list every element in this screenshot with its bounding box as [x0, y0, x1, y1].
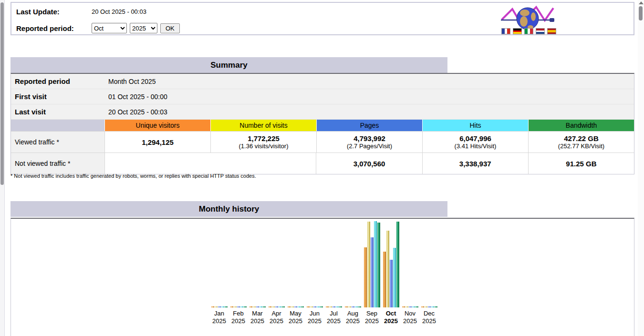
- flag-stripe: [536, 32, 544, 34]
- not-viewed-bandwidth-cell: 91.25 GB: [528, 153, 634, 174]
- chart-bar-hits: [279, 306, 281, 307]
- chart-bar-number-of-visits: [425, 306, 427, 307]
- col-header-unique-visitors: Unique visitors: [104, 120, 210, 131]
- monthly-history-title: Monthly history: [199, 204, 260, 214]
- chart-bar-unique-visitors: [345, 306, 348, 307]
- chart-month-label: Sep2025: [365, 310, 379, 325]
- ratio-text: (252.77 KB/Visit): [558, 143, 604, 150]
- chart-bar-hits: [336, 306, 339, 307]
- chart-bar-number-of-visits: [367, 222, 370, 307]
- chart-bars: [211, 219, 228, 307]
- chart-bar-pages: [390, 260, 393, 307]
- chart-bar-bandwidth: [415, 306, 418, 307]
- left-frame-scrollbar[interactable]: [0, 0, 5, 336]
- chart-month-group: Oct2025: [382, 219, 400, 325]
- viewed-traffic-label: Viewed traffic *: [11, 132, 104, 153]
- chart-bar-unique-visitors: [230, 306, 233, 307]
- chart-bar-pages: [332, 306, 335, 307]
- awstats-page: Last Update: 20 Oct 2025 - 00:03 Reporte…: [0, 0, 644, 336]
- month-select[interactable]: Oct: [92, 23, 127, 33]
- chart-bar-number-of-visits: [215, 306, 218, 307]
- chart-bar-pages: [428, 306, 431, 307]
- chart-bars: [345, 219, 361, 307]
- not-viewed-traffic-row: Not viewed traffic * 3,070,560 3,338,937…: [11, 153, 634, 174]
- chart-month-group: Feb2025: [229, 219, 248, 325]
- chart-bar-pages: [218, 306, 221, 307]
- ratio-text: (1.36 visits/visitor): [239, 143, 288, 150]
- chart-bar-unique-visitors: [383, 252, 386, 307]
- reported-period-row: Reported period: Oct 2025 OK: [16, 23, 180, 33]
- chart-month-group: Mar2025: [248, 219, 267, 325]
- chart-bar-number-of-visits: [329, 306, 332, 307]
- window-scrollbar-thumb[interactable]: [639, 6, 643, 20]
- last-visit-row-label: Last visit: [11, 108, 104, 116]
- scroll-up-icon[interactable]: [639, 1, 644, 4]
- summary-title-bar: Summary: [10, 57, 447, 73]
- chart-bar-number-of-visits: [291, 306, 294, 307]
- chart-bar-hits: [221, 306, 224, 307]
- last-update-value: 20 Oct 2025 - 00:03: [92, 8, 146, 15]
- chart-month-label: Jun2025: [308, 310, 322, 325]
- chart-month-group: Sep2025: [363, 219, 381, 325]
- chart-bar-number-of-visits: [234, 306, 237, 307]
- chart-bar-hits: [260, 306, 262, 307]
- column-header-row: Unique visitors Number of visits Pages H…: [11, 120, 634, 131]
- chart-bars: [249, 219, 266, 307]
- flag-germany-icon[interactable]: [513, 28, 522, 34]
- chart-bar-pages: [313, 306, 316, 307]
- chart-bars: [364, 219, 380, 307]
- chart-bar-bandwidth: [435, 306, 437, 307]
- not-viewed-footnote: * Not viewed traffic includes traffic ge…: [10, 173, 256, 179]
- viewed-bandwidth-cell: 427.22 GB (252.77 KB/Visit): [528, 132, 634, 153]
- year-select[interactable]: 2025: [130, 23, 157, 33]
- table-row: First visit 01 Oct 2025 - 00:00: [11, 89, 634, 104]
- first-visit-row-value: 01 Oct 2025 - 00:00: [104, 93, 167, 101]
- first-visit-row-label: First visit: [11, 92, 104, 101]
- chart-bar-pages: [409, 306, 412, 307]
- chart-bar-hits: [298, 306, 301, 307]
- chart-bar-bandwidth: [225, 306, 228, 307]
- chart-month-label: Jul2025: [327, 310, 341, 325]
- chart-month-label: Apr2025: [270, 310, 283, 325]
- chart-month-group: Apr2025: [267, 219, 286, 325]
- flag-stripe: [507, 29, 510, 34]
- chart-bar-hits: [374, 221, 377, 307]
- chart-month-label: Dec2025: [422, 310, 436, 325]
- chart-bars: [288, 219, 304, 307]
- value-text: 4,793,992: [353, 134, 385, 143]
- chart-bar-hits: [317, 306, 320, 307]
- ok-button[interactable]: OK: [160, 23, 180, 33]
- chart-bar-pages: [371, 237, 374, 307]
- not-viewed-hits-cell: 3,338,937: [422, 153, 528, 174]
- ratio-text: (3.41 Hits/Visit): [455, 143, 497, 150]
- table-row: Last visit 20 Oct 2025 - 00:03: [11, 104, 634, 120]
- viewed-pages-cell: 4,793,992 (2.7 Pages/Visit): [316, 132, 422, 153]
- chart-bar-bandwidth: [301, 306, 304, 307]
- viewed-visits-cell: 1,772,225 (1.36 visits/visitor): [210, 132, 316, 153]
- chart-bar-hits: [431, 306, 434, 307]
- last-visit-row-value: 20 Oct 2025 - 00:03: [104, 108, 167, 116]
- col-header-bandwidth: Bandwidth: [528, 120, 634, 131]
- chart-month-label: Mar2025: [250, 310, 264, 325]
- flag-netherlands-icon[interactable]: [536, 28, 545, 34]
- chart-months: Jan2025Feb2025Mar2025Apr2025May2025Jun20…: [210, 219, 438, 325]
- flag-italy-icon[interactable]: [524, 28, 533, 34]
- chart-month-group: Dec2025: [420, 219, 438, 325]
- col-header-pages: Pages: [316, 120, 422, 131]
- chart-bars: [383, 219, 399, 307]
- language-flags: [501, 28, 556, 34]
- summary-title: Summary: [210, 61, 247, 70]
- window-scrollbar[interactable]: [638, 0, 644, 336]
- viewed-hits-cell: 6,047,996 (3.41 Hits/Visit): [422, 132, 528, 153]
- flag-france-icon[interactable]: [501, 28, 510, 34]
- chart-bars: [307, 219, 323, 307]
- flag-stripe: [530, 29, 533, 34]
- left-scrollbar-thumb[interactable]: [0, 2, 4, 185]
- value-text: 3,338,937: [459, 160, 491, 168]
- chart-bar-bandwidth: [320, 306, 323, 307]
- chart-month-label: Jan2025: [212, 310, 226, 325]
- flag-spain-icon[interactable]: [547, 28, 556, 34]
- value-text: 91.25 GB: [566, 160, 596, 168]
- chart-bar-number-of-visits: [310, 306, 313, 307]
- chart-bars: [402, 219, 418, 307]
